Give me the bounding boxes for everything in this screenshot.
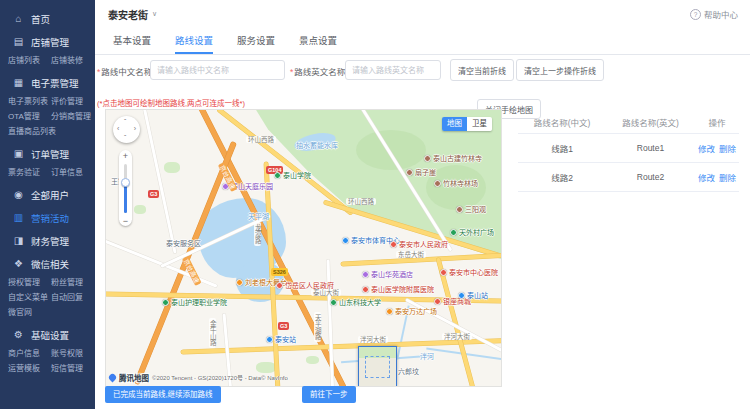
sidebar-subitem[interactable]: 评价管理 (51, 96, 94, 107)
wechat-icon: ❖ (13, 259, 24, 269)
sidebar-subitem[interactable]: 店铺列表 (8, 55, 51, 66)
sidebar-item[interactable]: ◨财务管理 (0, 232, 95, 250)
map-zoom-slider[interactable]: + − (119, 150, 132, 226)
edit-link[interactable]: 修改 (698, 171, 715, 183)
order-icon: ▣ (13, 149, 24, 159)
delete-link[interactable]: 删除 (719, 171, 736, 183)
sidebar-menu: ⌂首页▤店铺管理店铺列表店铺装修▦电子票管理电子票列表评价管理OTA管理分销商管… (0, 10, 95, 377)
sidebar-subitem[interactable]: 电子票列表 (8, 96, 51, 107)
map-attribution: 腾讯地图 ©2020 Tencent - GS(2020)1720号 - Dat… (109, 372, 288, 383)
routes-panel: 路线名称(中文)路线名称(英文)操作 线路1Route1修改删除线路2Route… (518, 110, 739, 192)
sidebar-subitem[interactable]: 直播商品列表 (8, 126, 56, 137)
clear-current-polyline-button[interactable]: 清空当前折线 (450, 59, 514, 81)
edit-link[interactable]: 修改 (698, 142, 715, 154)
finish-route-button[interactable]: 已完成当前路线,继续添加路线 (105, 386, 221, 403)
pan-up-icon[interactable]: ˆ (124, 118, 126, 125)
sidebar-subitem[interactable]: 商户信息 (8, 348, 51, 359)
help-label: 帮助中心 (704, 8, 738, 20)
tencent-map-pin-icon (108, 373, 118, 383)
sidebar-subitem[interactable]: 运营模板 (8, 363, 51, 374)
tab[interactable]: 路线设置 (175, 28, 213, 54)
sidebar-subitem[interactable]: 分销商管理 (51, 111, 94, 122)
sidebar-item[interactable]: ▥营销活动 (0, 209, 95, 227)
poi-marker-icon (434, 298, 441, 305)
sidebar-subitem[interactable]: 店铺装修 (51, 55, 94, 66)
poi-marker-icon (440, 269, 447, 276)
draw-hint-text: (*点击地图可绘制地图路线,两点可连成一线*) (97, 97, 245, 108)
map-label: 龙潭路 (254, 222, 261, 246)
tab[interactable]: 景点设置 (299, 28, 337, 54)
pan-right-icon[interactable]: › (134, 125, 136, 132)
sidebar-subitem[interactable]: 订单信息 (51, 167, 94, 178)
route-en-input[interactable] (345, 60, 441, 80)
map-label: 环山西路 (246, 136, 276, 143)
sidebar-subitem[interactable]: 粉丝管理 (51, 277, 94, 288)
clear-previous-polyline-button[interactable]: 清空上一步操作折线 (516, 59, 604, 81)
sidebar-subitem[interactable]: 自动回复 (51, 292, 94, 303)
sidebar-subitems-row: 授权管理粉丝管理 (0, 276, 95, 291)
sidebar-item[interactable]: ◉全部用户 (0, 186, 95, 204)
map-label: 泰山学院 (274, 172, 311, 180)
map-label: 环山西路 (346, 198, 376, 205)
map-label: 泰安市人民政府 (390, 241, 448, 249)
table-column-header: 操作 (695, 116, 739, 128)
sidebar-subitem[interactable]: OTA管理 (8, 111, 51, 122)
poi-marker-icon (362, 271, 369, 278)
map-label: 泰安站 (266, 336, 296, 344)
map-pan-control[interactable]: ˆ ˇ ‹ › (113, 116, 140, 143)
poi-marker-icon (236, 279, 243, 286)
sidebar-subitem[interactable]: 票务验证 (8, 167, 51, 178)
route-cn-input[interactable] (150, 60, 285, 80)
map-overview-inset[interactable] (358, 346, 397, 387)
pan-left-icon[interactable]: ‹ (117, 125, 119, 132)
sidebar-item[interactable]: ▤店铺管理 (0, 33, 95, 51)
map-canvas[interactable]: G104G3G3S326环山西路环山西路抽水蓄能水库泰山学院泰山天庭乐园天平湖王… (105, 109, 502, 387)
sidebar-item[interactable]: ⚙基础设置 (0, 326, 95, 344)
sidebar-item[interactable]: ⌂首页 (0, 10, 95, 28)
table-column-header: 路线名称(英文) (606, 116, 695, 128)
sidebar-subitem[interactable]: 微官网 (8, 307, 51, 318)
inset-viewport-box (365, 356, 390, 378)
help-icon: ? (690, 9, 701, 20)
delete-link[interactable]: 删除 (719, 142, 736, 154)
map-type-satellite-button[interactable]: 卫星 (467, 117, 492, 131)
poi-marker-icon (162, 299, 169, 306)
map-label: 泰安万达广场 (386, 308, 437, 316)
road-shield: G3 (278, 322, 289, 330)
tabs: 基本设置路线设置服务设置景点设置 (95, 28, 750, 55)
help-center-link[interactable]: ? 帮助中心 (690, 8, 738, 20)
map-hill-shade (356, 130, 426, 170)
sidebar-subitem[interactable]: 账号权限 (51, 348, 94, 359)
road-shield: S326 (271, 268, 288, 276)
zoom-in-icon[interactable]: + (119, 151, 132, 161)
sidebar-subitem[interactable]: 自定义菜单 (8, 292, 51, 303)
map-label: 天平湖 (248, 213, 269, 221)
sidebar-item[interactable]: ❖微信相关 (0, 255, 95, 273)
sidebar-item[interactable]: ▦电子票管理 (0, 74, 95, 92)
pan-down-icon[interactable]: ˇ (124, 134, 126, 141)
sidebar-item[interactable]: ▣订单管理 (0, 145, 95, 163)
sidebar-subitem[interactable]: 短信管理 (51, 363, 94, 374)
poi-marker-icon (330, 299, 337, 306)
tab[interactable]: 基本设置 (113, 28, 151, 54)
route-cn-cell: 线路1 (518, 142, 606, 154)
zoom-track-fill (124, 183, 127, 213)
page-title: 泰安老街 (108, 7, 148, 22)
tab[interactable]: 服务设置 (237, 28, 275, 54)
poi-marker-icon (386, 308, 393, 315)
next-step-button[interactable]: 前往下一步 (302, 386, 356, 403)
chevron-down-icon[interactable]: ∨ (152, 10, 157, 18)
zoom-out-icon[interactable]: − (119, 216, 132, 226)
poi-marker-icon (406, 169, 413, 176)
sidebar-subitem[interactable]: 授权管理 (8, 277, 51, 288)
map-park (164, 162, 180, 173)
poi-marker-icon (456, 206, 463, 213)
finance-icon: ◨ (13, 236, 24, 246)
map-label: 扇子崖 (406, 169, 436, 177)
zoom-knob[interactable] (121, 178, 130, 187)
table-row: 线路1Route1修改删除 (518, 134, 739, 163)
map-label: 泮河大街 (442, 333, 472, 340)
poi-marker-icon (390, 241, 397, 248)
map-type-map-button[interactable]: 地图 (442, 117, 467, 131)
map-label: 泰山护理职业学院 (162, 299, 227, 307)
